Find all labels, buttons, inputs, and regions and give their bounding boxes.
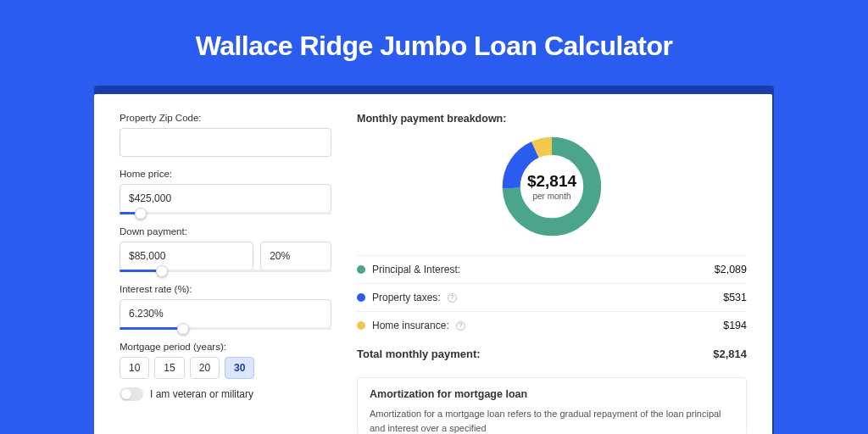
total-label: Total monthly payment: — [357, 348, 481, 360]
calculator-card: Property Zip Code: Home price: Down paym… — [94, 94, 772, 434]
slider-thumb-icon[interactable] — [135, 208, 147, 220]
info-icon[interactable]: ? — [456, 321, 465, 331]
info-icon[interactable]: ? — [448, 293, 457, 303]
home-price-input[interactable] — [120, 184, 331, 213]
breakdown-row-ins: Home insurance: ? $194 — [357, 311, 747, 339]
breakdown-row-value: $531 — [723, 292, 747, 303]
home-price-label: Home price: — [120, 169, 331, 179]
home-price-slider[interactable] — [120, 212, 331, 214]
rate-label: Interest rate (%): — [120, 284, 331, 294]
donut-chart: $2,814 per month — [357, 133, 747, 240]
card-shadow: Property Zip Code: Home price: Down paym… — [94, 86, 774, 434]
form-panel: Property Zip Code: Home price: Down paym… — [120, 113, 331, 434]
slider-thumb-icon[interactable] — [177, 323, 189, 335]
down-payment-pct-input[interactable] — [260, 242, 331, 270]
donut-center: $2,814 per month — [498, 133, 605, 240]
zip-field: Property Zip Code: — [120, 113, 331, 157]
down-payment-field: Down payment: — [120, 226, 331, 272]
breakdown-total: Total monthly payment: $2,814 — [357, 339, 747, 374]
total-value: $2,814 — [713, 348, 747, 360]
breakdown-row-label: Property taxes: — [372, 292, 441, 303]
period-option-30[interactable]: 30 — [225, 357, 254, 379]
dot-icon — [357, 293, 365, 302]
donut-amount: $2,814 — [527, 172, 576, 191]
down-payment-slider[interactable] — [120, 270, 331, 272]
amortization-title: Amortization for mortgage loan — [370, 388, 734, 400]
down-payment-input[interactable] — [120, 242, 253, 270]
breakdown-title: Monthly payment breakdown: — [357, 113, 747, 125]
breakdown-row-value: $2,089 — [715, 264, 747, 275]
dot-icon — [357, 321, 365, 330]
amortization-section: Amortization for mortgage loan Amortizat… — [357, 377, 747, 434]
period-field: Mortgage period (years): 10 15 20 30 — [120, 342, 331, 379]
page-title: Wallace Ridge Jumbo Loan Calculator — [0, 0, 868, 86]
veteran-row: I am veteran or military — [120, 387, 331, 401]
breakdown-row-value: $194 — [723, 320, 747, 331]
veteran-toggle[interactable] — [120, 387, 143, 401]
zip-input[interactable] — [120, 128, 331, 157]
down-payment-label: Down payment: — [120, 226, 331, 236]
breakdown-row-pi: Principal & Interest: $2,089 — [357, 255, 747, 283]
rate-field: Interest rate (%): — [120, 284, 331, 330]
period-option-20[interactable]: 20 — [190, 357, 220, 379]
veteran-label: I am veteran or military — [150, 388, 253, 400]
period-option-15[interactable]: 15 — [154, 357, 184, 379]
breakdown-row-tax: Property taxes: ? $531 — [357, 283, 747, 311]
rate-input[interactable] — [120, 299, 331, 328]
period-label: Mortgage period (years): — [120, 342, 331, 352]
breakdown-panel: Monthly payment breakdown: $2,814 per mo… — [357, 113, 747, 434]
dot-icon — [357, 265, 365, 274]
zip-label: Property Zip Code: — [120, 113, 331, 123]
card-wrap: Property Zip Code: Home price: Down paym… — [0, 86, 868, 434]
slider-thumb-icon[interactable] — [156, 265, 168, 277]
home-price-field: Home price: — [120, 169, 331, 214]
breakdown-row-label: Home insurance: — [372, 320, 449, 331]
period-option-10[interactable]: 10 — [120, 357, 149, 379]
breakdown-row-label: Principal & Interest: — [372, 264, 460, 275]
donut-sublabel: per month — [532, 192, 570, 201]
rate-slider[interactable] — [120, 327, 331, 330]
amortization-text: Amortization for a mortgage loan refers … — [370, 407, 734, 434]
